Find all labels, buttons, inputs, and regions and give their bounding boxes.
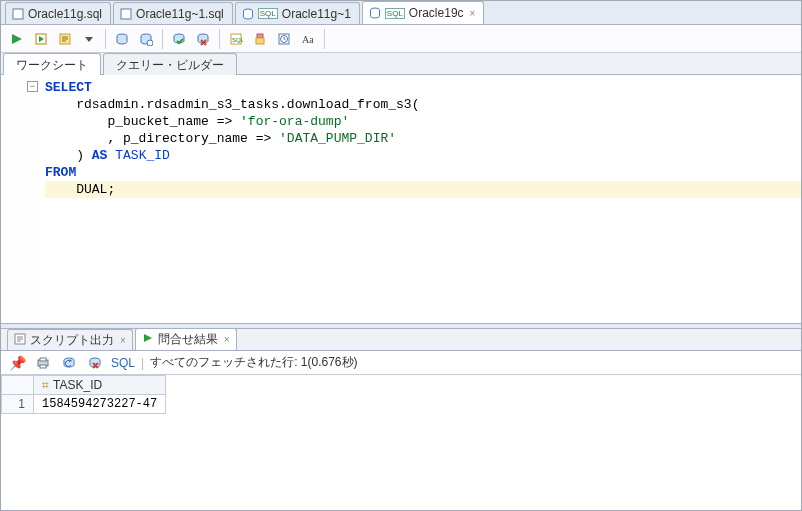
file-tab-bar: Oracle11g.sql Oracle11g~1.sql SQL Oracle… <box>1 1 801 25</box>
toolbar-separator <box>105 29 106 49</box>
result-tab-bar: スクリプト出力 × 問合せ結果 × <box>1 329 801 351</box>
svg-marker-4 <box>12 34 22 44</box>
print-button[interactable] <box>33 353 53 373</box>
sql-keyword: FROM <box>45 165 76 180</box>
close-icon[interactable]: × <box>470 8 476 19</box>
toolbar-separator <box>219 29 220 49</box>
rollback-button[interactable] <box>193 29 213 49</box>
table-row[interactable]: 11584594273227-47 <box>2 395 166 414</box>
sql-identifier: TASK_ID <box>107 148 169 163</box>
sql-badge-icon: SQL <box>385 8 405 19</box>
result-toolbar: 📌 SQL | すべてのフェッチされた行: 1(0.676秒) <box>1 351 801 375</box>
file-tab-oracle11g-sql[interactable]: Oracle11g.sql <box>5 2 111 24</box>
clear-button[interactable] <box>250 29 270 49</box>
sql-text: DUAL; <box>45 182 115 197</box>
task-id-cell: 1584594273227-47 <box>34 395 166 414</box>
result-tab-query-result[interactable]: 問合せ結果 × <box>135 328 237 350</box>
close-icon[interactable]: × <box>224 334 230 345</box>
db-icon <box>369 7 381 19</box>
query-result-icon <box>142 332 154 347</box>
worksheet-subtab-bar: ワークシート クエリー・ビルダー <box>1 53 801 75</box>
result-tab-label: 問合せ結果 <box>158 331 218 348</box>
result-tab-label: スクリプト出力 <box>30 332 114 349</box>
sql-history-button[interactable] <box>274 29 294 49</box>
grid-header-row: ⌗TASK_ID <box>2 376 166 395</box>
sql-text: ) <box>45 148 92 163</box>
svg-rect-24 <box>40 358 46 361</box>
svg-marker-8 <box>85 37 93 42</box>
svg-rect-16 <box>257 34 263 38</box>
sql-badge-icon: SQL <box>258 8 278 19</box>
svg-point-11 <box>147 40 153 46</box>
fetch-status-text: すべてのフェッチされた行: 1(0.676秒) <box>150 354 357 371</box>
sql-string: 'DATA_PUMP_DIR' <box>279 131 396 146</box>
svg-text:Aa: Aa <box>302 34 314 45</box>
db-icon <box>242 8 254 20</box>
file-icon <box>120 8 132 20</box>
column-label: TASK_ID <box>53 378 102 392</box>
subtab-label: クエリー・ビルダー <box>116 58 224 72</box>
run-statement-button[interactable] <box>7 29 27 49</box>
pin-icon: 📌 <box>9 355 26 371</box>
subtab-label: ワークシート <box>16 58 88 72</box>
file-tab-oracle11g-conn1[interactable]: SQL Oracle11g~1 <box>235 2 360 24</box>
delete-result-button[interactable] <box>85 353 105 373</box>
sql-text: , p_directory_name => <box>45 131 279 146</box>
result-grid[interactable]: ⌗TASK_ID 11584594273227-47 <box>1 375 801 507</box>
sql-tuning-button[interactable] <box>136 29 156 49</box>
sql-text: rdsadmin.rdsadmin_s3_tasks.download_from… <box>45 97 419 112</box>
result-tab-script-output[interactable]: スクリプト出力 × <box>7 329 133 350</box>
close-icon[interactable]: × <box>120 335 126 346</box>
svg-rect-0 <box>13 9 23 19</box>
autotrace-button[interactable] <box>112 29 132 49</box>
result-area: スクリプト出力 × 問合せ結果 × 📌 SQL | すべてのフェッチされた行: … <box>1 329 801 507</box>
toolbar-separator <box>162 29 163 49</box>
script-output-icon <box>14 333 26 348</box>
refresh-button[interactable] <box>59 353 79 373</box>
sql-editor[interactable]: − SELECT rdsadmin.rdsadmin_s3_tasks.down… <box>1 75 801 323</box>
grid-corner-cell <box>2 376 34 395</box>
commit-button[interactable] <box>169 29 189 49</box>
pin-button[interactable]: 📌 <box>7 353 27 373</box>
grid-column-header[interactable]: ⌗TASK_ID <box>34 376 166 395</box>
sql-string: 'for-ora-dump' <box>240 114 349 129</box>
explain-plan-button[interactable] <box>55 29 75 49</box>
subtab-worksheet[interactable]: ワークシート <box>3 53 101 75</box>
svg-rect-1 <box>121 9 131 19</box>
subtab-query-builder[interactable]: クエリー・ビルダー <box>103 53 237 75</box>
file-tab-label: Oracle11g.sql <box>28 7 102 21</box>
unshared-sql-button[interactable]: SQL <box>226 29 246 49</box>
file-tab-oracle11g1-sql[interactable]: Oracle11g~1.sql <box>113 2 233 24</box>
sql-code-area[interactable]: SELECT rdsadmin.rdsadmin_s3_tasks.downlo… <box>41 75 801 323</box>
run-script-button[interactable] <box>31 29 51 49</box>
column-icon: ⌗ <box>42 378 49 392</box>
svg-rect-25 <box>40 365 46 368</box>
toolbar-separator <box>324 29 325 49</box>
file-icon <box>12 8 24 20</box>
dropdown-icon[interactable] <box>79 29 99 49</box>
sql-keyword: SELECT <box>45 80 92 95</box>
editor-gutter: − <box>1 75 41 323</box>
file-tab-label: Oracle11g~1 <box>282 7 351 21</box>
worksheet-toolbar: SQL Aa <box>1 25 801 53</box>
sql-text: p_bucket_name => <box>45 114 240 129</box>
uppercase-button[interactable]: Aa <box>298 29 318 49</box>
sql-link[interactable]: SQL <box>111 356 135 370</box>
file-tab-label: Oracle11g~1.sql <box>136 7 224 21</box>
svg-text:SQL: SQL <box>232 37 243 43</box>
file-tab-oracle19c[interactable]: SQL Oracle19c × <box>362 1 485 24</box>
row-number-cell: 1 <box>2 395 34 414</box>
svg-rect-17 <box>256 38 264 44</box>
fold-toggle-icon[interactable]: − <box>27 81 38 92</box>
sql-keyword: AS <box>92 148 108 163</box>
svg-marker-22 <box>144 334 152 342</box>
file-tab-label: Oracle19c <box>409 6 464 20</box>
